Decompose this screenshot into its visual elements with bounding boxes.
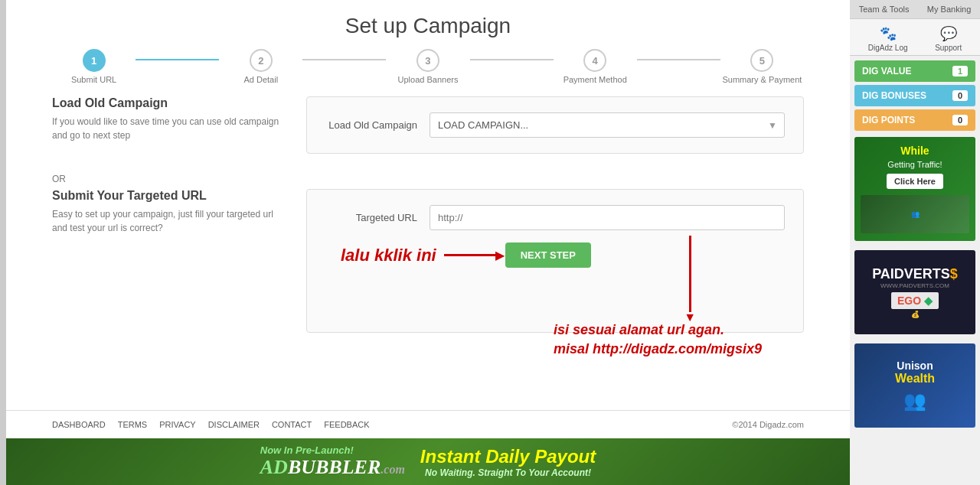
banner-prelaunch: Now In Pre-Launch! — [260, 444, 354, 456]
ego-text: EGO — [897, 295, 921, 307]
footer-disclaimer[interactable]: DISCLAIMER — [208, 420, 260, 429]
banner-right: Instant Daily Payout No Waiting. Straigh… — [420, 446, 596, 478]
url-annotation-text: isi sesuai alamat url agan. misal http:/… — [554, 321, 762, 359]
progress-steps: 1 Submit URL 2 Ad Detail 3 Upload Banner… — [6, 46, 850, 96]
banner-tagline: Instant Daily Payout — [420, 446, 596, 467]
sidebar-top-nav: Team & Tools My Banking — [850, 0, 980, 19]
annotation-area: lalu kklik ini NEXT STEP isi sesuai alam… — [325, 242, 785, 317]
content-area: Load Old Campaign If you would like to s… — [6, 96, 850, 410]
sidebar-support[interactable]: 💬 Support — [935, 25, 962, 52]
step-5: 5 Summary & Payment — [720, 49, 804, 84]
footer-feedback[interactable]: FEEDBACK — [324, 420, 369, 429]
step-circle-4: 4 — [583, 49, 606, 72]
load-campaign-info: Load Old Campaign If you would like to s… — [52, 96, 282, 147]
banner-brand: ADBUBBLER.com — [260, 456, 405, 479]
footer-dashboard[interactable]: DASHBOARD — [52, 420, 106, 429]
horizontal-arrow — [444, 254, 498, 256]
digadz-log-icon: 🐾 — [880, 25, 897, 42]
bottom-banner-inner: Now In Pre-Launch! ADBUBBLER.com Instant… — [260, 444, 596, 479]
connector-1-2 — [136, 59, 219, 60]
load-campaign-desc: If you would like to save time you can u… — [52, 115, 282, 142]
sidebar-my-banking[interactable]: My Banking — [927, 5, 971, 14]
dig-points-btn[interactable]: DIG POINTS 0 — [854, 109, 975, 131]
sidebar-ad-unison: Unison Wealth 👥 — [854, 343, 975, 428]
footer-terms[interactable]: TERMS — [118, 420, 148, 429]
banner-left: Now In Pre-Launch! ADBUBBLER.com — [260, 444, 405, 479]
dig-bonuses-count: 0 — [952, 90, 968, 101]
step-circle-5: 5 — [750, 49, 773, 72]
unison-title: Unison — [897, 360, 933, 372]
step-2: 2 Ad Detail — [219, 49, 302, 84]
banner-sub: No Waiting. Straight To Your Account! — [425, 467, 591, 478]
next-step-button[interactable]: NEXT STEP — [505, 242, 591, 268]
ad-unison-content: Unison Wealth 👥 — [854, 343, 975, 428]
unison-wealth: Wealth — [895, 372, 935, 386]
paidverts-dollar: $ — [950, 266, 958, 282]
step-label-4: Payment Method — [564, 75, 627, 84]
targeted-url-row: Targeted URL — [325, 205, 785, 230]
submit-url-desc: Easy to set up your campaign, just fill … — [52, 207, 282, 235]
ad-traffic-image: 👥 — [861, 195, 969, 233]
load-campaign-title: Load Old Campaign — [52, 96, 282, 110]
ad-traffic-line2: Getting Traffic! — [887, 160, 942, 169]
load-campaign-panel: Load Old Campaign LOAD CAMPAIGN... ▼ — [306, 96, 804, 154]
targeted-url-input[interactable] — [430, 205, 785, 230]
targeted-url-label: Targeted URL — [325, 212, 417, 223]
load-campaign-row: Load Old Campaign LOAD CAMPAIGN... ▼ — [325, 112, 785, 138]
dig-value-count: 1 — [952, 66, 968, 76]
right-sidebar: Team & Tools My Banking 🐾 DigAdz Log 💬 S… — [850, 0, 980, 485]
step-circle-3: 3 — [416, 49, 439, 72]
support-label: Support — [935, 44, 962, 52]
footer-privacy[interactable]: PRIVACY — [159, 420, 195, 429]
ad-traffic-click-btn[interactable]: Click Here — [887, 174, 943, 189]
step-1: 1 Submit URL — [52, 49, 136, 84]
sidebar-ad-traffic: While Getting Traffic! Click Here 👥 — [854, 137, 975, 241]
step-label-2: Ad Detail — [243, 75, 278, 84]
footer-links: DASHBOARD TERMS PRIVACY DISCLAIMER CONTA… — [52, 420, 370, 429]
load-campaign-select[interactable]: LOAD CAMPAIGN... — [430, 112, 785, 138]
ad-paidverts-content: PAIDVERTS$ WWW.PAIDVERTS.COM EGO ◆ 💰 — [854, 250, 975, 334]
digadz-log-label: DigAdz Log — [868, 44, 908, 52]
step-4: 4 Payment Method — [554, 49, 637, 84]
step-3: 3 Upload Banners — [386, 49, 469, 84]
submit-url-panel: ▼ Targeted URL lalu kklik ini NEXT STEP — [306, 189, 804, 333]
unison-icon: 👥 — [903, 390, 926, 412]
connector-4-5 — [637, 59, 720, 60]
load-campaign-select-wrapper: LOAD CAMPAIGN... ▼ — [430, 112, 785, 138]
dig-value-label: DIG VALUE — [862, 66, 911, 76]
paidverts-text: PAIDVERTS — [872, 266, 950, 282]
dig-points-label: DIG POINTS — [862, 115, 915, 125]
bottom-banner: Now In Pre-Launch! ADBUBBLER.com Instant… — [6, 438, 850, 485]
step-label-3: Upload Banners — [398, 75, 459, 84]
paidverts-brand: PAIDVERTS$ — [872, 266, 958, 282]
ad-traffic-line1: While — [900, 145, 929, 157]
left-scrollbar[interactable] — [0, 0, 6, 485]
footer-contact[interactable]: CONTACT — [272, 420, 312, 429]
page-title: Set up Campaign — [6, 0, 850, 46]
sidebar-ad-paidverts: PAIDVERTS$ WWW.PAIDVERTS.COM EGO ◆ 💰 — [854, 250, 975, 334]
dig-value-btn[interactable]: DIG VALUE 1 — [854, 60, 975, 82]
next-step-annotation: lalu kklik ini NEXT STEP — [341, 242, 785, 268]
step-circle-1: 1 — [83, 49, 106, 72]
submit-url-info: Submit Your Targeted URL Easy to set up … — [52, 189, 282, 239]
paidverts-ego: EGO ◆ — [891, 292, 939, 309]
ad-traffic-content: While Getting Traffic! Click Here 👥 — [854, 137, 975, 241]
or-separator: OR — [52, 174, 804, 184]
paidverts-sub: WWW.PAIDVERTS.COM — [880, 282, 949, 289]
submit-url-title: Submit Your Targeted URL — [52, 189, 282, 203]
annotation-text: lalu kklik ini — [341, 246, 436, 265]
dig-bonuses-label: DIG BONUSES — [862, 90, 926, 101]
sidebar-icons: 🐾 DigAdz Log 💬 Support — [850, 19, 980, 56]
paidverts-extra: 💰 — [911, 311, 920, 318]
step-circle-2: 2 — [250, 49, 273, 72]
sidebar-digadz-log[interactable]: 🐾 DigAdz Log — [868, 25, 908, 52]
step-label-5: Summary & Payment — [722, 75, 802, 84]
ego-icon: ◆ — [924, 295, 933, 307]
main-content: Set up Campaign 1 Submit URL 2 Ad Detail… — [6, 0, 850, 485]
dig-bonuses-btn[interactable]: DIG BONUSES 0 — [854, 85, 975, 106]
footer-copyright: ©2014 Digadz.com — [732, 420, 804, 429]
load-campaign-label: Load Old Campaign — [325, 119, 417, 131]
dig-points-count: 0 — [952, 115, 968, 125]
footer: DASHBOARD TERMS PRIVACY DISCLAIMER CONTA… — [6, 410, 850, 438]
sidebar-team-tools[interactable]: Team & Tools — [859, 5, 910, 14]
